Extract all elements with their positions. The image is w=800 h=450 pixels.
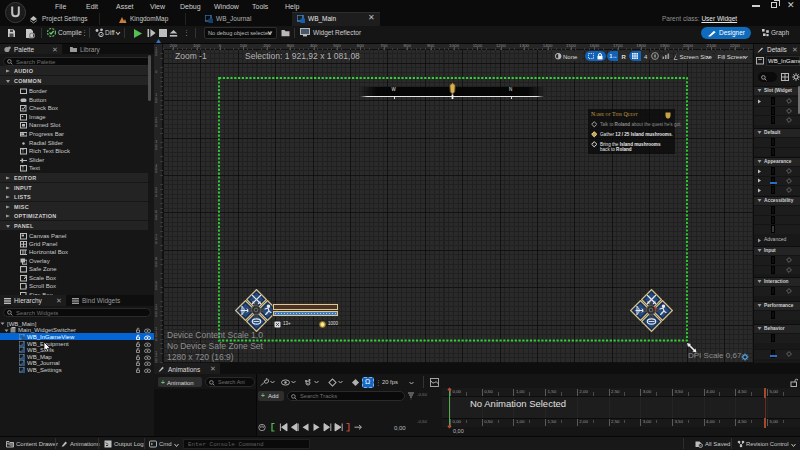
svg-text:T: T (22, 149, 25, 154)
svg-text:T: T (22, 166, 25, 171)
